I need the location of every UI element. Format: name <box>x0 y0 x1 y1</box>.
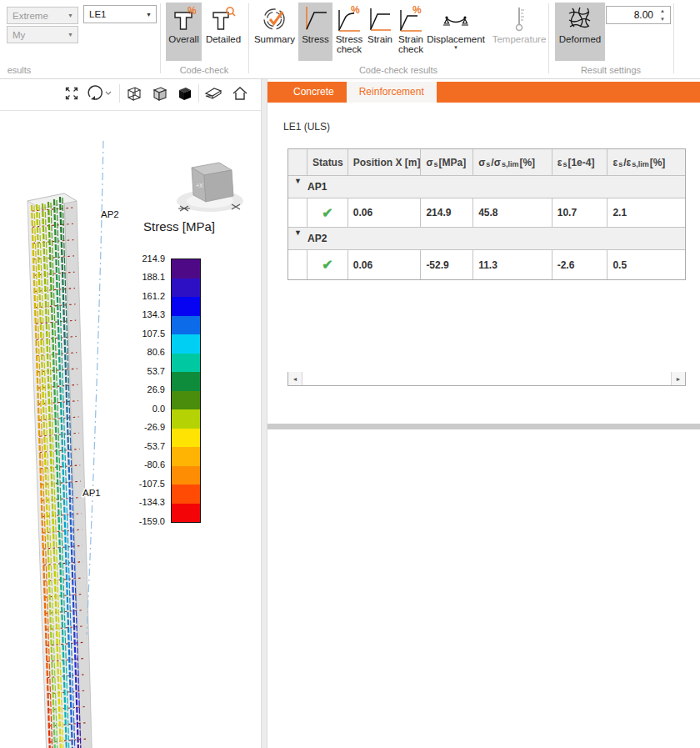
rotate-view-icon <box>87 85 112 102</box>
legend-color-block <box>172 484 200 504</box>
status-check-icon: ✔ <box>312 205 342 221</box>
stress-legend-colorbar <box>171 259 201 523</box>
legend-color-block <box>172 372 200 391</box>
legend-tick-label: 107.5 <box>108 329 165 339</box>
detailed-button[interactable]: Detailed <box>202 3 244 61</box>
legend-tick-label: -107.5 <box>108 479 165 489</box>
collapse-triangle-icon[interactable]: ▼ <box>288 176 308 198</box>
ribbon: Extreme ▼ My ▼ LE1 ▼ esults % Overall <box>0 0 700 79</box>
stress-check-button[interactable]: % Stress check <box>333 3 365 61</box>
solid-view-button[interactable] <box>175 83 195 104</box>
summary-button[interactable]: Summary <box>252 3 298 61</box>
strain-button[interactable]: Strain <box>365 3 395 61</box>
row-selector-cell <box>288 250 308 279</box>
legend-tick-label: -159.0 <box>108 516 165 526</box>
results-panel: Concrete Reinforcement LE1 (ULS) StatusP… <box>268 79 700 748</box>
ribbon-separator <box>248 3 249 73</box>
code-check-group-label: Code-check <box>160 65 248 75</box>
results-tabstrip: Concrete Reinforcement <box>268 82 700 103</box>
tab-concrete[interactable]: Concrete <box>281 82 347 103</box>
table-header-row: StatusPosition X [m]σs [MPa]σs/σs,lim [%… <box>288 149 685 176</box>
cube-wireframe-icon <box>126 85 142 102</box>
detailed-button-label: Detailed <box>206 34 241 44</box>
legend-color-block <box>172 354 200 373</box>
overall-button[interactable]: % Overall <box>166 3 202 61</box>
legend-color-block <box>172 447 200 466</box>
strain-button-label: Strain <box>368 34 392 44</box>
value-cell: 10.7 <box>552 198 608 227</box>
ribbon-separator <box>160 3 161 73</box>
clip-plane-button[interactable] <box>203 83 223 104</box>
scroll-left-icon[interactable]: ◄ <box>288 372 302 385</box>
cube-solid-icon <box>177 85 193 102</box>
load-case-dropdown[interactable]: LE1 ▼ <box>83 5 157 23</box>
spin-down-icon[interactable]: ▼ <box>656 15 669 23</box>
status-cell: ✔ <box>308 198 348 227</box>
table-row[interactable]: ✔0.06214.945.810.72.1 <box>288 198 685 228</box>
deformed-scale-spinner[interactable]: 8.00 ▲ ▼ <box>606 6 671 24</box>
home-view-button[interactable] <box>230 83 250 104</box>
stress-button[interactable]: Stress <box>298 3 332 61</box>
deformed-button-label: Deformed <box>559 34 602 44</box>
legend-title: Stress [MPa] <box>123 219 235 233</box>
tab-reinforcement[interactable]: Reinforcement <box>347 82 437 103</box>
table-horizontal-scrollbar[interactable]: ◄ ► <box>288 372 686 386</box>
group-row: ▼AP1 <box>288 176 685 198</box>
collapse-triangle-icon[interactable]: ▼ <box>288 228 308 249</box>
legend-color-block <box>172 466 200 485</box>
hidden-line-view-button[interactable] <box>150 83 170 104</box>
rotate-view-button[interactable] <box>85 83 113 104</box>
value-cell: -52.9 <box>421 250 473 279</box>
legend-tick-label: 26.9 <box>108 384 165 394</box>
status-check-icon: ✔ <box>312 257 342 273</box>
nav-cube-face-label: +X <box>196 183 203 188</box>
deformed-mesh-icon <box>566 4 594 34</box>
legend-color-block <box>172 391 200 410</box>
value-cell: 2.1 <box>608 198 685 227</box>
group-name: AP1 <box>308 176 327 198</box>
table-header-cell: εs/εs,lim [%] <box>608 149 685 175</box>
displacement-button[interactable]: Displacement ▼ <box>427 3 485 61</box>
cube-hidden-icon <box>152 85 168 102</box>
panel-divider[interactable] <box>268 424 700 429</box>
table-row[interactable]: ✔0.06-52.911.3-2.60.5 <box>288 250 685 279</box>
navigation-cube[interactable]: +X <box>177 163 243 212</box>
results-group-label: esults <box>0 65 38 75</box>
temperature-icon <box>511 4 528 34</box>
status-cell: ✔ <box>308 250 348 279</box>
wireframe-view-button[interactable] <box>124 83 144 104</box>
value-cell: 214.9 <box>421 198 473 227</box>
value-cell: 11.3 <box>473 250 552 279</box>
value-cell: 0.06 <box>348 250 422 279</box>
view-toolbar <box>0 79 261 111</box>
fit-view-button[interactable] <box>62 83 82 104</box>
legend-tick-label: -80.6 <box>108 459 165 469</box>
chevron-down-icon: ▼ <box>146 12 152 18</box>
spin-up-icon[interactable]: ▲ <box>656 7 669 15</box>
legend-tick-label: 161.2 <box>108 291 165 301</box>
strain-check-button[interactable]: % Strain check <box>395 3 427 61</box>
table-header-cell <box>288 149 308 175</box>
deformed-button[interactable]: Deformed <box>555 3 605 61</box>
strain-check-button-label: Strain check <box>395 34 427 54</box>
legend-tick-label: 134.3 <box>108 309 165 319</box>
panel-splitter[interactable] <box>261 79 268 748</box>
legend-color-block <box>172 409 200 429</box>
stress-check-icon: % <box>336 4 362 34</box>
scrollbar-track[interactable] <box>302 372 672 385</box>
stress-check-button-label: Stress check <box>333 34 365 54</box>
my-dropdown: My ▼ <box>7 26 78 43</box>
scroll-right-icon[interactable]: ► <box>672 372 685 385</box>
ap2-label: AP2 <box>101 209 119 219</box>
table-header-cell: σs/σs,lim [%] <box>473 149 552 175</box>
legend-color-block <box>172 279 200 298</box>
summary-button-label: Summary <box>254 34 295 44</box>
table-header-cell: Status <box>308 149 348 175</box>
ap1-label: AP1 <box>82 488 101 498</box>
legend-tick-label: -53.7 <box>108 441 165 451</box>
displacement-button-label: Displacement <box>427 34 485 44</box>
legend-color-block <box>172 504 200 523</box>
load-case-caption: LE1 (ULS) <box>283 121 330 133</box>
chevron-down-icon: ▼ <box>68 32 73 38</box>
legend-color-block <box>172 297 200 316</box>
